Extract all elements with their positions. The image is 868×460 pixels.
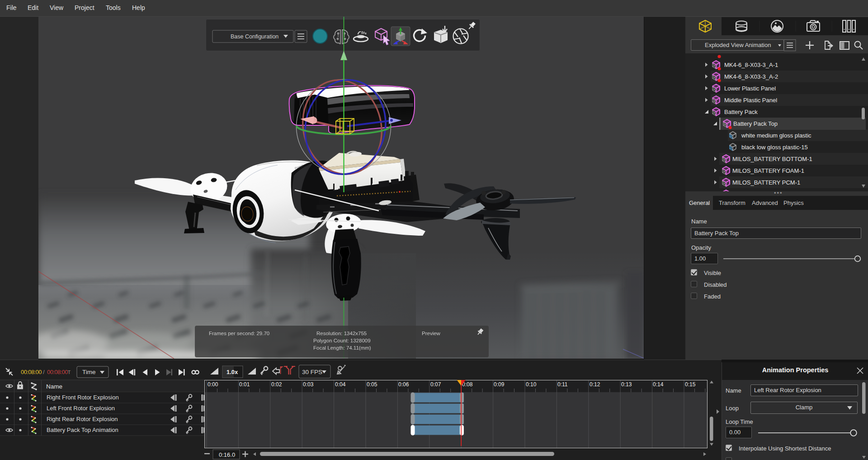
svg-text:Battery Pack: Battery Pack [724,109,758,115]
svg-text:Battery Pack Top: Battery Pack Top [733,120,778,127]
svg-text:MK4-6_8-X03-3_A-2: MK4-6_8-X03-3_A-2 [724,73,778,80]
svg-text:Right Rear Rotor Explosion: Right Rear Rotor Explosion [47,416,118,422]
svg-text:black low gloss plastic-15: black low gloss plastic-15 [741,144,808,151]
svg-text:0:04: 0:04 [335,381,346,388]
svg-text:MILOS_BATTERY FOAM-1: MILOS_BATTERY FOAM-1 [732,167,804,174]
svg-text:Lower Plastic Panel: Lower Plastic Panel [724,85,776,92]
svg-text:0:02: 0:02 [271,381,282,388]
svg-text:MK4-6_8-X03-3_A-1: MK4-6_8-X03-3_A-1 [724,62,778,68]
svg-text:0:05: 0:05 [367,381,377,388]
svg-text:Middle Plastic Panel: Middle Plastic Panel [724,97,777,104]
svg-text:0:13: 0:13 [621,381,632,388]
svg-text:00:08:00: 00:08:00 [47,369,68,375]
svg-text:MILOS_BATTERY PCM-1: MILOS_BATTERY PCM-1 [732,179,800,186]
svg-text:MILOS_BATTERY BOTTOM-1: MILOS_BATTERY BOTTOM-1 [732,156,812,162]
svg-text:0:12: 0:12 [590,381,600,388]
svg-text:0:00: 0:00 [208,381,218,388]
svg-text:0:06: 0:06 [398,381,409,388]
svg-text:0:15: 0:15 [685,381,696,388]
svg-text:Right Front Rotor Explosion: Right Front Rotor Explosion [47,394,119,401]
svg-text:T: T [68,370,71,375]
svg-text:/: / [43,369,45,375]
svg-text:0:03: 0:03 [303,381,314,388]
svg-text:0:10: 0:10 [526,381,537,388]
svg-text:00:08:00: 00:08:00 [21,369,42,375]
svg-text:0:14: 0:14 [653,381,664,388]
svg-text:Battery Pack Top Animation: Battery Pack Top Animation [47,427,118,433]
svg-text:0:01: 0:01 [239,381,250,388]
svg-text:0:09: 0:09 [494,381,505,388]
svg-text:0:11: 0:11 [557,381,568,388]
svg-text:Time: Time [82,369,96,375]
svg-text:Left Front Rotor Explosion: Left Front Rotor Explosion [47,405,115,412]
svg-text:Name: Name [46,383,62,390]
svg-text:0:16.0: 0:16.0 [219,451,235,458]
svg-text:0:07: 0:07 [430,381,441,388]
svg-text:30 FPS: 30 FPS [302,369,322,375]
svg-text:white medium gloss plastic: white medium gloss plastic [741,132,811,139]
svg-text:Base Configuration: Base Configuration [231,33,278,40]
svg-text:1.0x: 1.0x [226,369,238,375]
